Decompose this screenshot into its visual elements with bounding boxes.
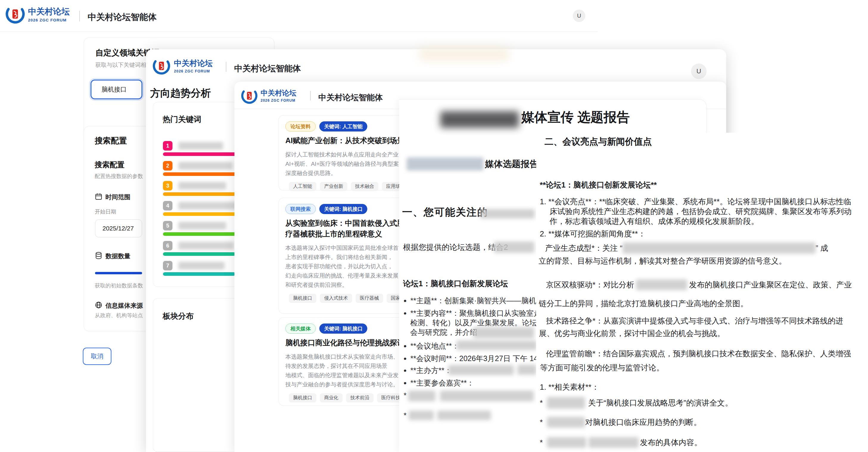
data-qty-label: 数据数量 <box>105 252 130 260</box>
data-qty-hint: 获取的初始数据条数 <box>95 282 143 289</box>
angle-dualcore-cont: 链分工上的异同，描绘北京打造脑机接口产业高地的全景图。 <box>539 299 748 309</box>
highlight-line-1: 1. **会议亮点**：**临床突破、产业集聚、系统布局**。论坛将呈现中国脑机… <box>540 196 851 207</box>
app-title: 中关村论坛智能体 <box>88 11 157 23</box>
keyword-badge: 关键词: 脑机接口 <box>319 323 367 334</box>
tag[interactable]: 商业化 <box>320 393 343 402</box>
start-date-value: 2025/12/27 <box>102 225 134 232</box>
highlight-line-3: 作，标志着该领域进入有组织、成体系的规模化发展新阶段。 <box>550 216 759 227</box>
material-1: 关于“脑机接口发展战略思考”的演讲全文。 <box>588 398 733 408</box>
start-date-input[interactable]: 2025/12/27 <box>95 220 142 237</box>
bullet-time: **会议时间**：2026年3月27日 下午 14:00 <box>410 354 548 363</box>
angle-ecosystem-cont: 立的背景、目标与运作机制，解读其对整合产学研医用资源的信号意义。 <box>538 256 786 266</box>
rank-number-badge: 4 <box>163 201 173 210</box>
time-range-label: 时间范围 <box>105 193 130 201</box>
bullet-dot: • <box>404 378 407 388</box>
redacted-title-prefix <box>440 111 519 128</box>
database-icon <box>95 252 102 261</box>
bullet-guests: **主要参会嘉宾**： <box>410 378 474 388</box>
rank-bar-fill <box>163 272 235 276</box>
keyword-input[interactable]: 脑机接口 <box>91 80 143 99</box>
topic-card-body: 本选题聚焦脑机接口技术从实验室走向市场、 待发的发展态势，探讨其在不同应用场景 … <box>285 352 403 389</box>
star-marker: * <box>540 438 543 447</box>
bullet-venue: **会议地点**： <box>410 341 459 351</box>
topic-card-body: 本选题将深入探讨中国国家药监局批准全球首 上市的里程碑事件。我们将结合相关新闻，… <box>285 243 403 289</box>
redacted-guest-2a <box>409 411 434 420</box>
trend-analysis-heading: 方向趋势分析 <box>150 86 211 100</box>
cancel-button-label: 取消 <box>91 353 103 360</box>
topic-card-bci-clinical[interactable]: 联网搜索 关键词: 脑机接口 从实验室到临床：中国首款侵入式脑机接口医 疗器械获… <box>279 198 410 314</box>
redacted-host-2 <box>518 365 536 375</box>
forum-1-heading: 论坛1：脑机接口创新发展论坛 <box>403 279 508 289</box>
redacted-keyword-label <box>179 162 232 170</box>
user-avatar[interactable]: U <box>573 9 585 22</box>
topic-card-ai[interactable]: 论坛资料 关键词: 人工智能 AI赋能产业创新：从技术突破到场景落地 探讨人工智… <box>279 115 410 191</box>
report-title: 媒体宣传 选题报告 <box>521 109 630 126</box>
source-badge: 相关媒体 <box>285 323 316 334</box>
redacted-speaker-1 <box>547 397 585 409</box>
redacted-subtitle-prefix <box>407 158 484 171</box>
topic-card-bci-commercial[interactable]: 相关媒体 关键词: 脑机接口 脑机接口商业化路径与伦理挑战探讨 本选题聚焦脑机接… <box>279 317 410 406</box>
highlight-line-2: 床试验向系统性产业生态构建的跨越，包括协会成立、研究院揭牌、集聚区发布等系列动 <box>550 206 851 217</box>
media-source-label: 信息媒体来源 <box>105 302 143 310</box>
topic-card-tags: 脑机接口 商业化 技术前沿 医疗科技 <box>285 393 403 402</box>
search-config-section-subtitle: 配置热搜数据的参数 <box>95 173 143 180</box>
rank-number-badge: 5 <box>163 221 173 230</box>
tag[interactable]: 技术前沿 <box>346 393 374 402</box>
star-marker: * <box>540 418 543 427</box>
cancel-button[interactable]: 取消 <box>83 348 112 365</box>
brand-subtitle: 2026 ZGC FORUM <box>261 98 296 103</box>
data-qty-slider[interactable] <box>95 272 142 274</box>
tag[interactable]: 技术融合 <box>351 182 378 191</box>
header-divider <box>226 62 226 72</box>
topic-card-body: 探讨人工智能技术如何从单点应用走向全产业 AI+视听、AI+医疗等领域的融合路径… <box>285 150 403 178</box>
app-header: 中关村论坛 2026 ZGC FORUM 中关村论坛智能体 U <box>0 0 597 32</box>
tag[interactable]: 产业创新 <box>320 182 347 191</box>
blurred-artifact <box>420 47 509 61</box>
materials-heading: 1. **相关素材**： <box>540 382 599 392</box>
tag[interactable]: 医疗器械 <box>356 294 383 303</box>
redacted-guest-1b <box>440 391 534 401</box>
news-angles-heading: 2. **媒体可挖掘的新闻角度**： <box>540 229 646 239</box>
topic-card-title: 脑机接口商业化路径与伦理挑战探讨 <box>285 337 403 348</box>
topic-card-title: 从实验室到临床：中国首款侵入式脑机接口医 疗器械获批上市的里程碑意义 <box>285 218 403 239</box>
bullet-dot: • <box>404 309 407 318</box>
tag[interactable]: 侵入式技术 <box>320 294 352 303</box>
redacted-speaker-2 <box>547 417 585 428</box>
rank-number-badge: 7 <box>163 261 173 271</box>
redacted-heading-suffix <box>480 209 535 219</box>
source-badge: 联网搜索 <box>285 204 316 214</box>
keyword-input-value: 脑机接口 <box>101 85 127 94</box>
source-badge: 论坛资料 <box>285 121 316 132</box>
material-3: 发布的具体内容。 <box>640 437 702 448</box>
bullet-host: **主办方**： <box>410 366 452 375</box>
keyword-badge: 关键词: 脑机接口 <box>319 204 367 214</box>
app-title: 中关村论坛智能体 <box>234 63 301 74</box>
bullet-dot: • <box>404 354 407 363</box>
redacted-keyword-label <box>179 142 223 150</box>
bullet-dot: • <box>404 296 407 306</box>
material-2: 对脑机接口临床应用趋势的判断。 <box>585 417 701 428</box>
star-marker: * <box>540 398 543 407</box>
redacted-region <box>636 279 687 290</box>
redacted-host-1 <box>448 365 514 375</box>
zgc-forum-logo-icon <box>153 57 170 75</box>
forum-1-heading: **论坛1：脑机接口创新发展论坛** <box>540 180 657 190</box>
rank-number-badge: 6 <box>163 241 173 250</box>
rank-bar-fill <box>163 252 235 256</box>
redacted-keyword-label <box>179 182 226 190</box>
section-1-heading: 一、您可能关注的 <box>402 205 488 219</box>
redacted-guest-1a <box>408 391 435 401</box>
board-distribution-title: 板块分布 <box>163 311 194 321</box>
redacted-guest-2b <box>437 411 491 420</box>
window-report-doc-right: 二、会议亮点与新闻价值点 **论坛1：脑机接口创新发展论坛** 1. **会议亮… <box>536 133 868 452</box>
angle-dualcore-prefix: 京区双核驱动*：对比分析 <box>546 280 634 290</box>
topic-card-title: AI赋能产业创新：从技术突破到场景落地 <box>285 135 403 146</box>
tag[interactable]: 人工智能 <box>289 182 316 191</box>
rank-number-badge: 1 <box>163 141 173 150</box>
tag[interactable]: 脑机接口 <box>289 393 316 402</box>
brand-subtitle: 2026 ZGC FORUM <box>174 69 210 73</box>
tag[interactable]: 脑机接口 <box>289 294 316 303</box>
section-2-heading: 二、会议亮点与新闻价值点 <box>545 136 652 148</box>
angle-ethics: 伦理监管前瞻*：结合国际嘉宾观点，预判脑机接口技术在数据安全、隐私保护、人类增强 <box>546 348 851 359</box>
user-avatar[interactable]: U <box>691 63 707 79</box>
